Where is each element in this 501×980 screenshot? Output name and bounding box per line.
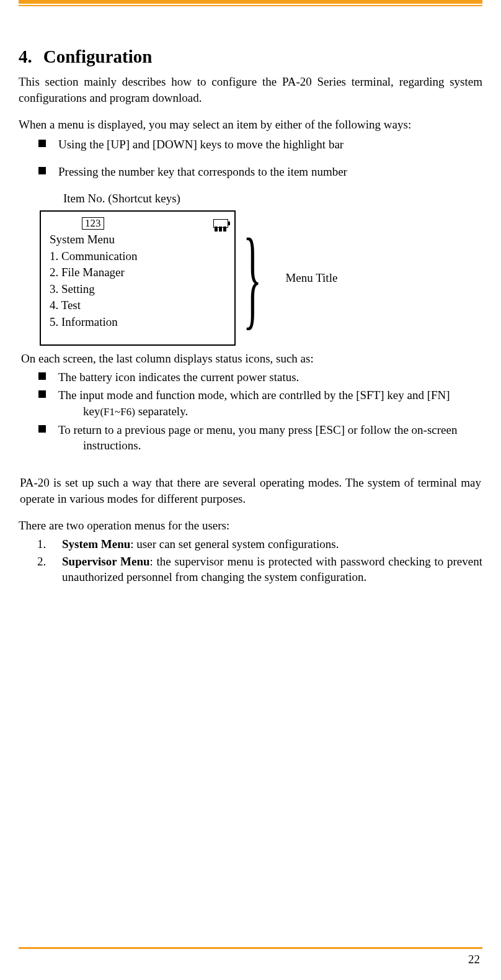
- screen-menu-item-1: 1. Communication: [50, 248, 228, 265]
- menu-select-item-1: Using the [UP] and [DOWN] keys to move t…: [19, 137, 482, 153]
- menu-select-list: Using the [UP] and [DOWN] keys to move t…: [19, 137, 482, 179]
- status-bullet-2-sub: key(F1~F6) separately.: [58, 403, 482, 420]
- ops-item-1-rest: : user can set general system configurat…: [130, 537, 339, 551]
- modes-paragraph: PA-20 is set up such a way that there ar…: [20, 475, 481, 506]
- status-bullet-3: To return to a previous page or menu, yo…: [19, 422, 482, 454]
- battery-icon: [213, 219, 228, 228]
- section-title: Configuration: [43, 47, 153, 66]
- ops-item-1-number: 1.: [37, 536, 46, 552]
- status-bullet-1: The battery icon indicates the current p…: [19, 369, 482, 385]
- status-bullet-2: The input mode and function mode, which …: [19, 387, 482, 420]
- battery-cell-2: [219, 227, 222, 232]
- status-bar: 123: [50, 217, 228, 230]
- status-icons-list: The battery icon indicates the current p…: [19, 369, 482, 454]
- status-bullet-3-sub: instructions.: [58, 438, 482, 454]
- header-gap: [19, 5, 482, 45]
- status-bullet-3-text: To return to a previous page or menu, yo…: [58, 423, 457, 436]
- status-bullet-1-text: The battery icon indicates the current p…: [58, 371, 299, 384]
- shortcut-keys-label: Item No. (Shortcut keys): [63, 191, 482, 207]
- battery-cell-1: [215, 227, 218, 232]
- screen-row: 123 System Menu 1. Communication 2. File…: [40, 210, 482, 346]
- footer-rule: [19, 947, 482, 949]
- menu-select-item-2-text: Pressing the number key that corresponds…: [58, 165, 347, 178]
- ops-item-1-bold: System Menu: [62, 537, 130, 551]
- annotation-text: Menu Title: [285, 270, 337, 286]
- screen-menu-item-4: 4. Test: [50, 297, 228, 314]
- screen-menu-item-5: 5. Information: [50, 314, 228, 331]
- section-number: 4.: [19, 45, 32, 69]
- battery-body: [213, 219, 228, 228]
- fn-note: (F1~F6): [100, 406, 135, 418]
- menu-title-annotation: } Menu Title: [243, 236, 337, 320]
- ops-item-2-bold: Supervisor Menu: [62, 555, 150, 568]
- menu-select-item-1-text: Using the [UP] and [DOWN] keys to move t…: [58, 138, 344, 151]
- screen-menu-item-3: 3. Setting: [50, 281, 228, 298]
- battery-cell-3: [223, 227, 226, 232]
- page-root: 4.Configuration This section mainly desc…: [0, 0, 501, 980]
- section-heading: 4.Configuration: [19, 45, 482, 69]
- page-number: 22: [468, 951, 480, 968]
- ops-item-2-number: 2.: [37, 554, 46, 570]
- intro-paragraph: This section mainly describes how to con…: [19, 74, 482, 106]
- status-bullet-2-text: The input mode and function mode, which …: [58, 389, 450, 402]
- screen-menu-title: System Menu: [50, 232, 228, 248]
- screen-menu-item-2: 2. File Manager: [50, 264, 228, 281]
- menu-select-item-2: Pressing the number key that corresponds…: [19, 164, 482, 180]
- brace-icon: }: [243, 236, 262, 320]
- header-rule: [19, 0, 482, 5]
- ops-intro: There are two operation menus for the us…: [19, 518, 482, 534]
- ops-item-1: 1. System Menu: user can set general sys…: [37, 536, 482, 552]
- input-mode-indicator: 123: [82, 217, 104, 230]
- ops-item-2: 2. Supervisor Menu: the supervisor menu …: [37, 554, 482, 585]
- ops-list: 1. System Menu: user can set general sys…: [37, 536, 482, 585]
- device-screen: 123 System Menu 1. Communication 2. File…: [40, 210, 236, 346]
- after-screen-text: On each screen, the last column displays…: [21, 351, 482, 367]
- menu-select-lead: When a menu is displayed, you may select…: [19, 117, 482, 133]
